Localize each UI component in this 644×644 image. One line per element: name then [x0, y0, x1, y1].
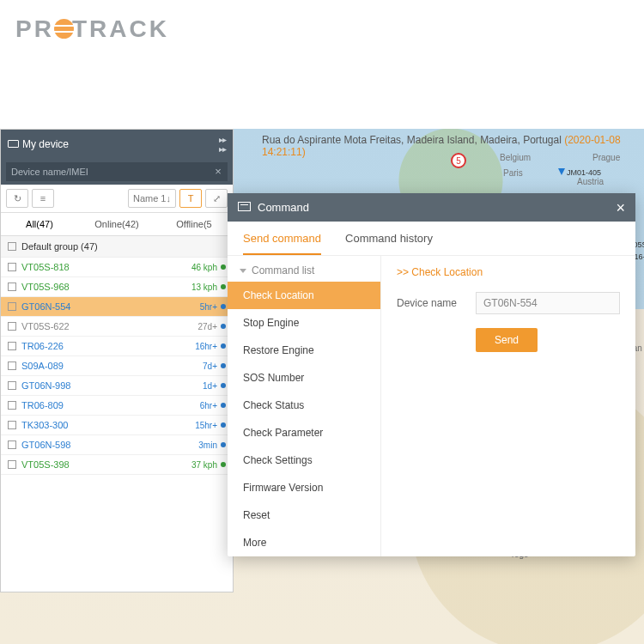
command-item[interactable]: Restore Engine	[228, 337, 380, 364]
command-dialog: Command × Send command Command history C…	[228, 193, 635, 556]
dialog-header: Command ×	[228, 193, 635, 222]
logo-text-a: PR	[15, 15, 54, 42]
device-checkbox[interactable]	[8, 322, 16, 331]
command-list-panel: Command list Check LocationStop EngineRe…	[228, 256, 381, 556]
command-item[interactable]: Check Settings	[228, 447, 380, 474]
command-item[interactable]: Check Location	[228, 282, 380, 309]
command-item[interactable]: Check Status	[228, 392, 380, 419]
clear-search-icon[interactable]: ×	[209, 162, 228, 181]
device-row[interactable]: TR06-8096hr+	[1, 396, 233, 416]
pin-icon	[558, 168, 565, 175]
device-status-text: 46 kph	[191, 263, 217, 272]
sidebar-search: ×	[1, 159, 233, 185]
map-marker[interactable]: JM01-405	[558, 168, 601, 177]
device-checkbox[interactable]	[8, 302, 16, 311]
device-row[interactable]: GT06N-9981d+	[1, 376, 233, 396]
tab-all[interactable]: All(47)	[1, 213, 78, 235]
device-status-text: 5hr+	[200, 302, 217, 312]
device-sidebar: My device ▸▸▸▸ × ↻ ≡ Name 1↓ T ⤢ All(47)…	[0, 129, 234, 592]
device-name: TR06-809	[21, 400, 64, 410]
device-name-label: Device name	[397, 297, 467, 309]
sidebar-toolbar: ↻ ≡ Name 1↓ T ⤢	[1, 185, 233, 213]
status-dot-icon	[221, 343, 226, 349]
status-dot-icon	[221, 383, 226, 388]
cluster-count-badge[interactable]: 5	[451, 153, 466, 168]
search-input[interactable]	[6, 162, 209, 181]
logo-globe-icon	[54, 19, 74, 39]
group-checkbox[interactable]	[8, 242, 16, 251]
device-row[interactable]: VT05S-81846 kph	[1, 258, 233, 277]
collapse-icon[interactable]: ▸▸▸▸	[219, 135, 226, 154]
command-item[interactable]: Check Parameter	[228, 419, 380, 447]
device-checkbox[interactable]	[8, 460, 16, 469]
send-button[interactable]: Send	[476, 328, 538, 352]
device-name-field[interactable]	[476, 292, 620, 314]
device-row[interactable]: S09A-0897d+	[1, 356, 233, 376]
device-checkbox[interactable]	[8, 401, 16, 410]
device-checkbox[interactable]	[8, 283, 16, 291]
tab-online[interactable]: Online(42)	[78, 213, 155, 235]
device-filter-tabs: All(47) Online(42) Offline(5	[1, 213, 233, 236]
device-status-text: 1d+	[203, 381, 217, 391]
device-checkbox[interactable]	[8, 342, 16, 350]
command-item[interactable]: Firmware Version	[228, 474, 380, 501]
tab-send-command[interactable]: Send command	[243, 232, 321, 255]
status-dot-icon	[221, 462, 226, 467]
device-status-text: 37 kph	[191, 460, 217, 470]
device-checkbox[interactable]	[8, 263, 16, 271]
command-form-panel: >> Check Location Device name Send	[381, 256, 635, 556]
command-item[interactable]: More	[228, 529, 380, 556]
device-row[interactable]: VT05S-96813 kph	[1, 277, 233, 297]
status-dot-icon	[221, 324, 226, 329]
status-dot-icon	[221, 284, 226, 289]
device-name: TR06-226	[21, 341, 64, 351]
sort-button[interactable]: Name 1↓	[128, 189, 176, 208]
device-row[interactable]: GT06N-5545hr+	[1, 297, 233, 317]
device-name: VT05S-818	[21, 262, 70, 272]
dialog-tabs: Send command Command history	[228, 222, 635, 255]
status-dot-icon	[221, 442, 226, 447]
command-list-label: Command list	[252, 264, 314, 276]
command-list-header[interactable]: Command list	[228, 256, 380, 282]
chevron-down-icon	[240, 269, 246, 273]
device-status-text: 27d+	[197, 322, 217, 331]
device-list: VT05S-81846 kphVT05S-96813 kphGT06N-5545…	[1, 258, 233, 475]
list-view-icon[interactable]: ≡	[32, 189, 54, 208]
form-title: >> Check Location	[397, 266, 620, 278]
device-row[interactable]: TR06-22616hr+	[1, 337, 233, 356]
command-item[interactable]: Stop Engine	[228, 309, 380, 337]
device-status-text: 15hr+	[195, 421, 217, 430]
status-dot-icon	[221, 264, 226, 270]
group-label: Default group (47)	[21, 241, 98, 252]
device-checkbox[interactable]	[8, 361, 16, 370]
tab-offline[interactable]: Offline(5	[155, 213, 233, 235]
status-dot-icon	[221, 403, 226, 408]
status-dot-icon	[221, 363, 226, 368]
device-name: TK303-300	[21, 420, 68, 430]
expand-icon[interactable]: ⤢	[205, 189, 228, 208]
device-status-text: 16hr+	[195, 342, 217, 351]
device-name: VT05S-398	[21, 459, 70, 470]
device-row[interactable]: GT06N-5983min	[1, 435, 233, 455]
command-item[interactable]: SOS Number	[228, 364, 380, 392]
close-icon[interactable]: ×	[616, 202, 625, 214]
device-row[interactable]: VT05S-62227d+	[1, 317, 233, 337]
device-checkbox[interactable]	[8, 381, 16, 390]
t-toggle-button[interactable]: T	[179, 189, 202, 208]
device-row[interactable]: VT05S-39837 kph	[1, 455, 233, 475]
device-name: GT06N-598	[21, 440, 70, 450]
device-name: VT05S-968	[21, 282, 70, 292]
tab-command-history[interactable]: Command history	[345, 232, 433, 255]
device-checkbox[interactable]	[8, 440, 16, 449]
command-icon	[238, 202, 251, 211]
device-status-text: 3min	[198, 440, 217, 450]
device-status-text: 7d+	[203, 361, 217, 371]
device-status-text: 13 kph	[191, 283, 217, 292]
refresh-icon[interactable]: ↻	[6, 189, 28, 208]
device-checkbox[interactable]	[8, 421, 16, 429]
device-row[interactable]: TK303-30015hr+	[1, 416, 233, 435]
group-header[interactable]: Default group (47)	[1, 236, 233, 258]
logo-text-b: TRACK	[72, 15, 169, 42]
device-status-text: 6hr+	[200, 401, 217, 410]
command-item[interactable]: Reset	[228, 501, 380, 529]
